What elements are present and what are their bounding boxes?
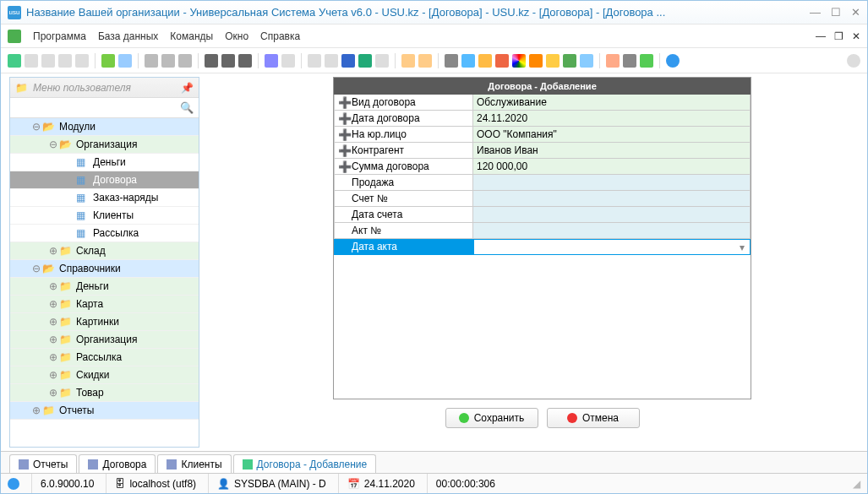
tb-new-icon[interactable]: [25, 54, 38, 68]
tb-calendar-icon[interactable]: [606, 54, 620, 68]
tb-excel-icon[interactable]: [358, 54, 372, 68]
folder-icon: 📁: [15, 82, 28, 94]
field-value[interactable]: Иванов Иван: [473, 143, 751, 159]
mdi-restore-icon[interactable]: ❐: [834, 30, 843, 42]
tb-color-icon[interactable]: [512, 54, 526, 68]
form-row: Продажа: [334, 175, 751, 191]
tree-item[interactable]: ⊕📁Отчеты: [10, 402, 199, 420]
field-value[interactable]: [473, 207, 751, 223]
tree-item[interactable]: ⊕📁Картинки: [10, 313, 199, 331]
tree-item[interactable]: ⊖📂Справочники: [10, 260, 199, 278]
resize-grip-icon[interactable]: ◢: [853, 478, 860, 490]
calendar-icon: 📅: [347, 478, 360, 490]
cancel-button[interactable]: Отмена: [547, 408, 640, 428]
tb-doc-icon[interactable]: [308, 54, 321, 68]
form-row: ➕На юр.лицоООО "Компания": [334, 127, 751, 143]
field-value[interactable]: [473, 175, 751, 191]
tree-item[interactable]: ⊖📂Организация: [10, 136, 199, 154]
tb-word-icon[interactable]: [341, 54, 355, 68]
tb-print-icon[interactable]: [623, 54, 636, 68]
field-value[interactable]: ООО "Компания": [473, 127, 751, 143]
menu-window[interactable]: Окно: [225, 30, 248, 42]
tb-sms-icon[interactable]: [461, 54, 475, 68]
tb-phone-icon[interactable]: [445, 54, 458, 68]
status-host: localhost (utf8): [129, 478, 196, 490]
mdi-minimize-icon[interactable]: —: [816, 30, 826, 42]
menubar: Программа База данных Команды Окно Справ…: [1, 24, 867, 48]
tb-copy-icon[interactable]: [41, 54, 55, 68]
tb-export2-icon[interactable]: [418, 54, 432, 68]
close-button[interactable]: ✕: [851, 6, 860, 19]
tb-del-icon[interactable]: [75, 54, 89, 68]
search-icon[interactable]: 🔍: [180, 101, 194, 114]
field-label: Дата акта: [334, 239, 473, 255]
save-button[interactable]: Сохранить: [445, 408, 538, 428]
tb-rss-icon[interactable]: [529, 54, 543, 68]
tb-export-icon[interactable]: [375, 54, 389, 68]
maximize-button[interactable]: ☐: [831, 6, 841, 19]
tb-filter3-icon[interactable]: [178, 54, 192, 68]
form-title: Договора - Добавление: [334, 78, 751, 95]
tb-filter-icon[interactable]: [145, 54, 158, 68]
menu-help[interactable]: Справка: [260, 30, 300, 42]
tb-lock-icon[interactable]: [546, 54, 560, 68]
field-value[interactable]: 24.11.2020: [473, 111, 751, 127]
field-value[interactable]: [473, 191, 751, 207]
titlebar: usu Название Вашей организации - Универс…: [1, 1, 867, 24]
tree-item[interactable]: ▦Договора: [10, 171, 199, 189]
tb-flag2-icon[interactable]: [221, 54, 235, 68]
tb-page-icon[interactable]: [325, 54, 338, 68]
form-row: Акт №: [334, 223, 751, 239]
menu-database[interactable]: База данных: [98, 30, 158, 42]
tab[interactable]: Отчеты: [9, 454, 77, 473]
tb-search-icon[interactable]: [118, 54, 132, 68]
field-value[interactable]: [473, 239, 751, 255]
tb-import-icon[interactable]: [401, 54, 415, 68]
pin-icon[interactable]: 📌: [181, 82, 194, 94]
tree-item[interactable]: ⊕📁Рассылка: [10, 349, 199, 366]
tab[interactable]: Клиенты: [157, 454, 231, 473]
tb-mail-icon[interactable]: [478, 54, 492, 68]
tb-grid2-icon[interactable]: [281, 54, 295, 68]
tree-item[interactable]: ⊕📁Скидки: [10, 366, 199, 384]
tb-users-icon[interactable]: [563, 54, 576, 68]
tb-info-icon[interactable]: [666, 54, 680, 68]
tb-grid-icon[interactable]: [265, 54, 278, 68]
check-icon: [459, 413, 469, 423]
tab[interactable]: Договора - Добавление: [233, 454, 377, 473]
field-value[interactable]: 120 000,00: [473, 159, 751, 175]
tb-pin-icon[interactable]: [495, 54, 509, 68]
tree-item[interactable]: ▦Клиенты: [10, 207, 199, 225]
tb-flag3-icon[interactable]: [238, 54, 252, 68]
menu-program[interactable]: Программа: [33, 30, 86, 42]
mdi-close-icon[interactable]: ✕: [852, 30, 860, 42]
statusbar: 6.0.9000.10 🗄localhost (utf8) 👤SYSDBA (M…: [1, 473, 867, 493]
field-value[interactable]: [473, 223, 751, 239]
tree-item[interactable]: ⊕📁Товар: [10, 384, 199, 402]
tab[interactable]: Договора: [79, 454, 156, 473]
tree-item[interactable]: ▦Заказ-наряды: [10, 189, 199, 207]
field-label: ➕Дата договора: [334, 111, 473, 127]
menu-commands[interactable]: Команды: [170, 30, 213, 42]
tb-edit-icon[interactable]: [58, 54, 72, 68]
tree-item[interactable]: ⊕📁Организация: [10, 331, 199, 349]
tb-flag-icon[interactable]: [205, 54, 218, 68]
tb-refresh-icon[interactable]: [8, 54, 21, 68]
tb-chat-icon[interactable]: [580, 54, 593, 68]
tree-item[interactable]: ⊖📂Модули: [10, 118, 199, 136]
field-value[interactable]: Обслуживание: [473, 95, 751, 111]
field-label: ➕На юр.лицо: [334, 127, 473, 143]
field-label: ➕Сумма договора: [334, 159, 473, 175]
tree-item[interactable]: ⊕📁Склад: [10, 242, 199, 260]
tree-item[interactable]: ⊕📁Карта: [10, 296, 199, 313]
field-label: Акт №: [334, 223, 473, 239]
tree-item[interactable]: ⊕📁Деньги: [10, 278, 199, 296]
user-menu-header: 📁 Меню пользователя 📌: [10, 78, 199, 98]
tree-item[interactable]: ▦Деньги: [10, 154, 199, 171]
tree-item[interactable]: ▦Рассылка: [10, 225, 199, 242]
tb-power-icon[interactable]: [847, 54, 860, 68]
minimize-button[interactable]: —: [810, 6, 821, 19]
tb-filter2-icon[interactable]: [161, 54, 175, 68]
tb-play-icon[interactable]: [640, 54, 653, 68]
tb-undo-icon[interactable]: [101, 54, 115, 68]
